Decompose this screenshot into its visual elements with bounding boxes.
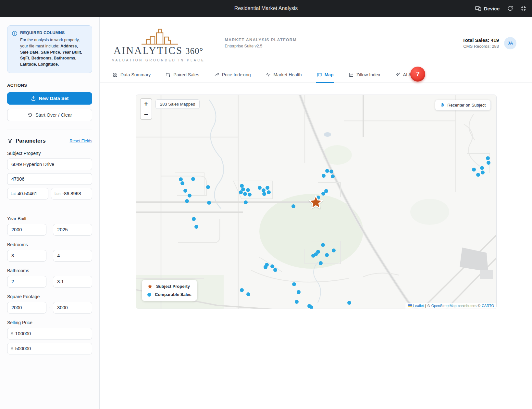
tab-price-indexing[interactable]: Price Indexing xyxy=(214,67,252,83)
comparable-sale-dot[interactable] xyxy=(319,261,323,265)
comparable-sale-dot[interactable] xyxy=(273,268,277,272)
user-avatar[interactable]: JA xyxy=(504,37,516,49)
price-max-input[interactable] xyxy=(15,346,89,351)
comparable-sale-dot[interactable] xyxy=(347,301,351,305)
bedrooms-label: Bedrooms xyxy=(7,242,92,247)
tab-label: Market Health xyxy=(273,72,302,77)
comparable-sale-dot[interactable] xyxy=(243,192,247,196)
tab-bar: Data Summary Paired Sales Price Indexing xyxy=(100,67,532,83)
comparable-sale-dot[interactable] xyxy=(246,188,250,192)
grid-icon xyxy=(113,72,118,77)
comparable-sale-dot[interactable] xyxy=(472,168,476,172)
comparable-sale-dot[interactable] xyxy=(206,185,210,189)
comparable-sale-dot[interactable] xyxy=(476,173,480,177)
fullscreen-exit-icon[interactable] xyxy=(520,5,527,12)
map-panel[interactable]: + − 283 Sales Mapped Recenter on Subject xyxy=(136,95,497,309)
comparable-sale-dot[interactable] xyxy=(183,189,187,193)
comparable-sale-dot[interactable] xyxy=(331,174,335,178)
comparable-sale-dot[interactable] xyxy=(266,186,269,190)
tab-data-summary[interactable]: Data Summary xyxy=(112,67,151,83)
comparable-sale-dot[interactable] xyxy=(246,292,250,296)
comparable-sale-dot[interactable] xyxy=(179,177,183,181)
step-badge: 7 xyxy=(410,67,425,82)
comparable-sale-dot[interactable] xyxy=(481,171,485,174)
comparable-sale-dot[interactable] xyxy=(292,282,296,286)
year-built-max[interactable] xyxy=(53,224,92,236)
tab-paired-sales[interactable]: Paired Sales xyxy=(165,67,200,83)
logo-word: AINALYTICS xyxy=(114,45,183,56)
price-max-field[interactable]: $ xyxy=(7,343,92,354)
comparable-sale-dot[interactable] xyxy=(325,169,329,173)
comparable-sale-dot[interactable] xyxy=(325,253,329,257)
comparable-sale-dot[interactable] xyxy=(248,193,252,197)
subject-property-star[interactable] xyxy=(308,195,323,209)
comparable-sale-dot[interactable] xyxy=(314,252,318,256)
comparable-sale-dot[interactable] xyxy=(297,290,301,294)
map-pin-icon xyxy=(440,103,445,108)
logo-buildings-icon xyxy=(116,24,201,45)
comparable-sale-dot[interactable] xyxy=(264,265,267,269)
zoom-in-button[interactable]: + xyxy=(141,99,152,109)
price-min-field[interactable]: $ xyxy=(7,328,92,339)
comparable-sale-dot[interactable] xyxy=(258,186,262,190)
comparable-sale-dot[interactable] xyxy=(188,194,192,198)
comparable-sale-dot[interactable] xyxy=(192,217,196,221)
comparable-sale-dot[interactable] xyxy=(291,204,295,208)
comparable-sale-dot[interactable] xyxy=(267,190,271,194)
bedrooms-max[interactable] xyxy=(53,250,92,262)
longitude-field[interactable]: Lon xyxy=(51,188,92,199)
carto-link[interactable]: CARTO xyxy=(482,304,494,308)
address-field[interactable] xyxy=(7,159,92,170)
zoom-out-button[interactable]: − xyxy=(141,109,152,119)
price-min-input[interactable] xyxy=(15,331,89,336)
tab-label: Price Indexing xyxy=(222,72,251,77)
comparable-sale-dot[interactable] xyxy=(480,166,484,170)
leaflet-link[interactable]: Leaflet xyxy=(413,304,424,308)
comparable-sale-dot[interactable] xyxy=(321,243,325,247)
chart-line-icon xyxy=(349,72,354,77)
activity-icon xyxy=(266,72,271,77)
comparable-sale-dot[interactable] xyxy=(244,200,248,204)
comparable-sale-dot[interactable] xyxy=(262,192,266,196)
lon-input[interactable] xyxy=(62,191,89,196)
bathrooms-max[interactable] xyxy=(53,276,92,288)
logo-tagline: VALUATION GROUNDED IN PLACE xyxy=(112,58,205,62)
comparable-sale-dot[interactable] xyxy=(332,249,336,252)
tab-market-health[interactable]: Market Health xyxy=(265,67,302,83)
openstreetmap-link[interactable]: OpenStreetMap xyxy=(431,304,457,308)
reset-fields-link[interactable]: Reset Fields xyxy=(70,139,92,143)
comparable-sale-dot[interactable] xyxy=(185,199,189,203)
year-built-min[interactable] xyxy=(7,224,46,236)
comparable-sale-dot[interactable] xyxy=(180,181,184,185)
lat-input[interactable] xyxy=(18,191,45,196)
bathrooms-min[interactable] xyxy=(7,276,46,288)
refresh-icon[interactable] xyxy=(507,5,513,12)
comparable-sale-dot[interactable] xyxy=(322,174,326,178)
comparable-sale-dot[interactable] xyxy=(487,161,490,165)
comparable-sale-dot[interactable] xyxy=(207,201,211,205)
comparable-sale-dot[interactable] xyxy=(309,305,313,309)
tab-zillow-index[interactable]: Zillow Index xyxy=(348,67,381,83)
comparable-sale-dot[interactable] xyxy=(329,170,333,173)
zip-field[interactable] xyxy=(7,173,92,185)
comparable-sale-dot[interactable] xyxy=(270,264,274,268)
latitude-field[interactable]: Lat xyxy=(7,188,48,199)
sqft-max[interactable] xyxy=(53,302,92,313)
sqft-min[interactable] xyxy=(7,302,46,313)
comparable-sale-dot[interactable] xyxy=(194,225,198,229)
contributors-text: contributors xyxy=(458,304,476,308)
tab-map[interactable]: Map xyxy=(316,67,334,83)
device-button[interactable]: Device xyxy=(475,5,500,12)
comparable-sale-dot[interactable] xyxy=(486,156,490,160)
new-data-set-label: New Data Set xyxy=(39,96,69,101)
comparable-sale-dot[interactable] xyxy=(191,177,195,181)
comparable-sale-dot[interactable] xyxy=(239,190,243,194)
bedrooms-min[interactable] xyxy=(7,250,46,262)
comparable-sale-dot[interactable] xyxy=(295,300,299,304)
parameters-heading: Parameters xyxy=(7,138,46,144)
new-data-set-button[interactable]: New Data Set xyxy=(7,92,92,105)
start-over-button[interactable]: Start Over / Clear xyxy=(7,109,92,121)
year-built-label: Year Built xyxy=(7,216,92,221)
recenter-button[interactable]: Recenter on Subject xyxy=(435,100,491,110)
comparable-sale-dot[interactable] xyxy=(240,288,244,292)
